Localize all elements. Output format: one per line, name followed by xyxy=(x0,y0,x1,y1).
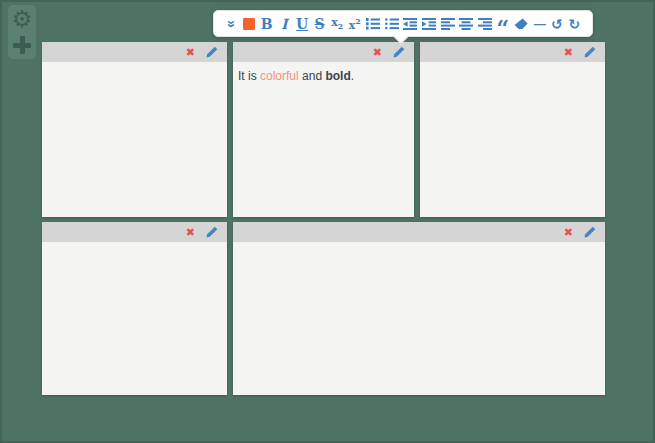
settings-button[interactable]: ⚙ xyxy=(10,7,34,31)
align-left-button[interactable] xyxy=(441,11,455,36)
double-chevron-down-icon: » xyxy=(223,20,239,28)
note-panel-body[interactable] xyxy=(233,242,605,254)
italic-button[interactable]: I xyxy=(278,11,291,36)
whiteboard-app: { "window": { "width": 655, "height": 44… xyxy=(0,0,655,443)
unordered-list-button[interactable] xyxy=(385,11,399,36)
align-right-icon xyxy=(478,18,492,30)
color-swatch-icon xyxy=(243,18,255,30)
indent-icon xyxy=(422,18,436,30)
note-panel-header: ✖ xyxy=(42,222,227,242)
strikethrough-icon: S xyxy=(315,16,325,32)
collapse-toolbar-button[interactable]: » xyxy=(225,11,238,36)
underline-button[interactable]: U xyxy=(296,11,309,36)
edit-note-button[interactable] xyxy=(206,46,218,58)
align-left-icon xyxy=(441,18,455,30)
text-color-button[interactable] xyxy=(243,11,256,36)
edit-note-button[interactable] xyxy=(584,226,596,238)
delete-note-button[interactable]: ✖ xyxy=(186,227,195,238)
note-panel-body[interactable] xyxy=(42,62,227,74)
horizontal-rule-icon: — xyxy=(534,17,545,31)
strikethrough-button[interactable]: S xyxy=(313,11,326,36)
pencil-icon xyxy=(206,46,218,58)
note-panel-body[interactable] xyxy=(420,62,605,74)
outdent-icon xyxy=(403,18,417,30)
align-right-button[interactable] xyxy=(478,11,492,36)
gear-icon: ⚙ xyxy=(12,8,33,31)
blockquote-button[interactable]: “ xyxy=(496,11,509,36)
quote-icon: “ xyxy=(497,26,510,30)
pencil-icon xyxy=(584,46,596,58)
superscript-button[interactable]: x2 xyxy=(348,11,361,36)
italic-icon: I xyxy=(281,16,288,32)
ordered-list-icon xyxy=(366,18,380,30)
eraser-icon xyxy=(514,18,528,30)
edit-note-button[interactable] xyxy=(393,46,405,58)
undo-icon: ↺ xyxy=(551,16,563,32)
add-note-button[interactable] xyxy=(10,33,34,57)
undo-button[interactable]: ↺ xyxy=(550,11,563,36)
delete-note-button[interactable]: ✖ xyxy=(186,47,195,58)
ordered-list-button[interactable] xyxy=(366,11,380,36)
delete-note-button[interactable]: ✖ xyxy=(373,47,382,58)
note-panel-header: ✖ xyxy=(420,42,605,62)
unordered-list-icon xyxy=(385,18,399,30)
plus-icon xyxy=(13,36,31,54)
subscript-icon: x2 xyxy=(331,16,343,31)
pencil-icon xyxy=(206,226,218,238)
redo-icon: ↻ xyxy=(569,16,581,32)
bold-button[interactable]: B xyxy=(260,11,273,36)
delete-note-button[interactable]: ✖ xyxy=(564,227,573,238)
pencil-icon xyxy=(393,46,405,58)
note-panel-top-right: ✖ xyxy=(420,42,605,217)
align-center-icon xyxy=(459,18,473,30)
indent-button[interactable] xyxy=(422,11,436,36)
outdent-button[interactable] xyxy=(403,11,417,36)
delete-note-button[interactable]: ✖ xyxy=(564,47,573,58)
note-panel-top-left: ✖ xyxy=(42,42,227,217)
redo-button[interactable]: ↻ xyxy=(568,11,581,36)
editor-toolbar: » B I U S x2 x2 xyxy=(213,10,593,37)
subscript-button[interactable]: x2 xyxy=(331,11,344,36)
note-panel-body[interactable] xyxy=(42,242,227,254)
horizontal-rule-button[interactable]: — xyxy=(533,11,546,36)
side-toolbar: ⚙ xyxy=(8,5,36,59)
bold-icon: B xyxy=(261,16,273,32)
note-panel-header: ✖ xyxy=(233,42,414,62)
edit-note-button[interactable] xyxy=(206,226,218,238)
note-panel-body[interactable]: It is colorful and bold. xyxy=(233,62,414,91)
note-panel-header: ✖ xyxy=(233,222,605,242)
underline-icon: U xyxy=(296,16,308,32)
pencil-icon xyxy=(584,226,596,238)
note-panel-bottom-wide: ✖ xyxy=(233,222,605,395)
align-center-button[interactable] xyxy=(459,11,473,36)
note-panel-top-middle: ✖ It is colorful and bold. xyxy=(233,42,414,217)
note-panel-header: ✖ xyxy=(42,42,227,62)
note-panel-bottom-left: ✖ xyxy=(42,222,227,395)
superscript-icon: x2 xyxy=(349,16,361,32)
edit-note-button[interactable] xyxy=(584,46,596,58)
eraser-button[interactable] xyxy=(514,11,528,36)
